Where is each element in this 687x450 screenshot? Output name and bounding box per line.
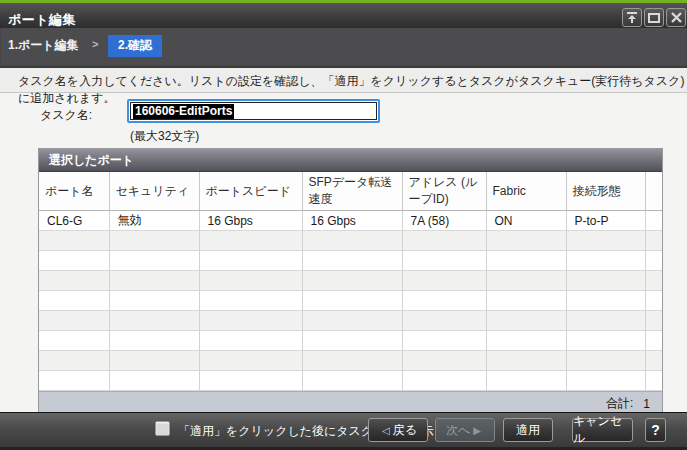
task-name-label: タスク名: — [40, 107, 92, 124]
cell-address-loop-id: 7A (58) — [402, 211, 486, 231]
help-button[interactable]: ? — [645, 418, 666, 442]
restore-window-icon[interactable] — [644, 8, 664, 27]
task-name-max-length-hint: (最大32文字) — [130, 128, 199, 145]
task-name-input[interactable]: 160606-EditPorts — [127, 99, 380, 123]
breadcrumb-step-1: 1.ポート編集 — [8, 37, 79, 54]
show-task-screen-checkbox[interactable] — [155, 421, 170, 436]
back-button-label: 戻る — [393, 422, 417, 439]
instruction-bar: タスク名を入力してください。リストの設定を確認し、「適用」をクリックするとタスク… — [0, 68, 687, 93]
next-button-label: 次へ — [446, 422, 470, 439]
right-triangle-icon: ▶ — [473, 425, 481, 436]
cell-sfp-data-rate: 16 Gbps — [302, 211, 402, 231]
cell-security: 無効 — [109, 211, 199, 231]
col-header-security[interactable]: セキュリティ — [109, 172, 199, 211]
table-row[interactable]: CL6-G 無効 16 Gbps 16 Gbps 7A (58) ON P-to… — [39, 211, 662, 231]
cell-scrollbar-gutter — [645, 211, 662, 231]
titlebar: ポート編集 — [0, 3, 687, 28]
task-name-selected-text: 160606-EditPorts — [133, 104, 234, 119]
empty-table-row — [39, 231, 662, 251]
cell-connection-type: P-to-P — [566, 211, 645, 231]
empty-table-row — [39, 331, 662, 351]
breadcrumb: 1.ポート編集 > 2.確認 — [0, 28, 687, 68]
table-header-row: ポート名 セキュリティ ポートスピード SFPデータ転送速度 アドレス (ループ… — [39, 172, 662, 211]
empty-table-row — [39, 371, 662, 391]
total-label: 合計: — [606, 395, 633, 412]
cell-fabric: ON — [486, 211, 566, 231]
apply-button-label: 適用 — [516, 422, 540, 439]
empty-table-row — [39, 251, 662, 271]
breadcrumb-separator: > — [92, 38, 98, 50]
collapse-to-top-icon[interactable] — [622, 8, 642, 27]
col-header-address-loop-id[interactable]: アドレス (ループID) — [402, 172, 486, 211]
empty-table-row — [39, 351, 662, 371]
col-header-port-name[interactable]: ポート名 — [39, 172, 109, 211]
col-header-connection-type[interactable]: 接続形態 — [566, 172, 645, 211]
close-icon[interactable] — [666, 8, 686, 27]
col-header-sfp-data-rate[interactable]: SFPデータ転送速度 — [302, 172, 402, 211]
table-caption: 選択したポート — [39, 149, 662, 172]
cancel-button[interactable]: キャンセル — [572, 418, 633, 442]
col-header-fabric[interactable]: Fabric — [486, 172, 566, 211]
left-triangle-icon: ◁ — [382, 425, 390, 436]
breadcrumb-step-2-active: 2.確認 — [108, 35, 162, 57]
cell-port-speed: 16 Gbps — [199, 211, 302, 231]
task-name-input-field[interactable]: 160606-EditPorts — [130, 102, 377, 120]
total-value: 1 — [643, 397, 650, 411]
help-button-label: ? — [651, 422, 660, 438]
selected-ports-table: 選択したポート ポート名 セキュリティ ポートスピード SFPデータ転送速度 ア… — [38, 148, 663, 416]
col-header-scrollbar-gutter — [645, 172, 662, 211]
empty-table-row — [39, 271, 662, 291]
empty-table-row — [39, 291, 662, 311]
next-button-disabled: 次へ ▶ — [435, 418, 495, 442]
back-button[interactable]: ◁ 戻る — [368, 418, 428, 442]
empty-table-row — [39, 311, 662, 331]
col-header-port-speed[interactable]: ポートスピード — [199, 172, 302, 211]
apply-button[interactable]: 適用 — [503, 418, 553, 442]
window-title: ポート編集 — [8, 11, 76, 29]
cancel-button-label: キャンセル — [573, 413, 632, 447]
cell-port-name: CL6-G — [39, 211, 109, 231]
